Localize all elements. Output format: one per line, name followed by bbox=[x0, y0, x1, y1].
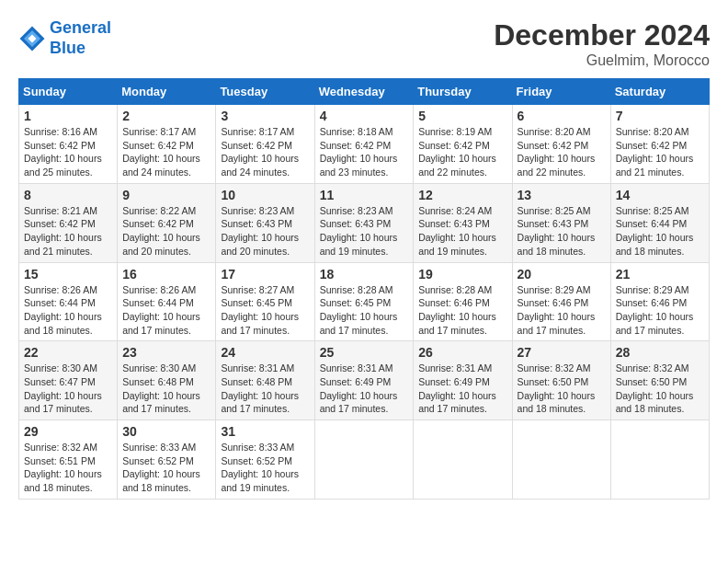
calendar-day-cell: 8Sunrise: 8:21 AMSunset: 6:42 PMDaylight… bbox=[19, 183, 118, 262]
calendar-day-cell bbox=[314, 420, 414, 500]
day-number: 5 bbox=[418, 109, 506, 123]
calendar-day-cell: 22Sunrise: 8:30 AMSunset: 6:47 PMDayligh… bbox=[19, 341, 118, 420]
day-info: Sunrise: 8:27 AMSunset: 6:45 PMDaylight:… bbox=[221, 283, 309, 338]
day-number: 17 bbox=[221, 267, 309, 282]
calendar-day-cell: 23Sunrise: 8:30 AMSunset: 6:48 PMDayligh… bbox=[118, 341, 216, 420]
calendar-day-cell: 5Sunrise: 8:19 AMSunset: 6:42 PMDaylight… bbox=[414, 105, 512, 184]
calendar-day-cell: 10Sunrise: 8:23 AMSunset: 6:43 PMDayligh… bbox=[216, 183, 314, 262]
day-number: 26 bbox=[418, 345, 506, 360]
day-number: 31 bbox=[221, 424, 309, 439]
day-info: Sunrise: 8:32 AMSunset: 6:51 PMDaylight:… bbox=[24, 441, 112, 495]
calendar-table: SundayMondayTuesdayWednesdayThursdayFrid… bbox=[18, 78, 710, 500]
day-number: 19 bbox=[418, 267, 506, 282]
day-of-week-header: Sunday bbox=[19, 79, 118, 105]
calendar-day-cell: 19Sunrise: 8:28 AMSunset: 6:46 PMDayligh… bbox=[414, 262, 512, 341]
calendar-week-row: 8Sunrise: 8:21 AMSunset: 6:42 PMDaylight… bbox=[19, 183, 710, 262]
calendar-day-cell: 15Sunrise: 8:26 AMSunset: 6:44 PMDayligh… bbox=[19, 262, 118, 341]
day-number: 6 bbox=[518, 109, 606, 123]
day-number: 28 bbox=[616, 345, 704, 360]
calendar-week-row: 15Sunrise: 8:26 AMSunset: 6:44 PMDayligh… bbox=[19, 262, 710, 341]
day-info: Sunrise: 8:31 AMSunset: 6:48 PMDaylight:… bbox=[221, 362, 309, 416]
month-title: December 2024 bbox=[494, 18, 710, 52]
logo-line2: Blue bbox=[50, 39, 85, 57]
day-number: 3 bbox=[221, 109, 309, 123]
day-info: Sunrise: 8:19 AMSunset: 6:42 PMDaylight:… bbox=[418, 125, 506, 179]
day-info: Sunrise: 8:32 AMSunset: 6:50 PMDaylight:… bbox=[616, 362, 704, 416]
day-info: Sunrise: 8:18 AMSunset: 6:42 PMDaylight:… bbox=[320, 125, 409, 179]
day-info: Sunrise: 8:28 AMSunset: 6:46 PMDaylight:… bbox=[418, 283, 506, 338]
logo-icon bbox=[18, 25, 46, 52]
calendar-day-cell: 17Sunrise: 8:27 AMSunset: 6:45 PMDayligh… bbox=[216, 262, 314, 341]
day-number: 30 bbox=[122, 424, 210, 439]
calendar-day-cell: 3Sunrise: 8:17 AMSunset: 6:42 PMDaylight… bbox=[216, 105, 314, 184]
day-number: 22 bbox=[24, 345, 112, 360]
day-info: Sunrise: 8:30 AMSunset: 6:48 PMDaylight:… bbox=[122, 362, 210, 416]
day-info: Sunrise: 8:17 AMSunset: 6:42 PMDaylight:… bbox=[122, 125, 210, 179]
day-of-week-header: Monday bbox=[118, 79, 216, 105]
day-info: Sunrise: 8:29 AMSunset: 6:46 PMDaylight:… bbox=[518, 283, 606, 338]
calendar-week-row: 1Sunrise: 8:16 AMSunset: 6:42 PMDaylight… bbox=[19, 105, 710, 184]
day-of-week-header: Tuesday bbox=[216, 79, 314, 105]
day-number: 2 bbox=[122, 109, 210, 123]
day-info: Sunrise: 8:17 AMSunset: 6:42 PMDaylight:… bbox=[221, 125, 309, 179]
calendar-day-cell: 25Sunrise: 8:31 AMSunset: 6:49 PMDayligh… bbox=[314, 341, 414, 420]
day-info: Sunrise: 8:33 AMSunset: 6:52 PMDaylight:… bbox=[221, 441, 309, 495]
day-info: Sunrise: 8:25 AMSunset: 6:43 PMDaylight:… bbox=[518, 204, 606, 259]
day-info: Sunrise: 8:16 AMSunset: 6:42 PMDaylight:… bbox=[24, 125, 112, 179]
day-info: Sunrise: 8:31 AMSunset: 6:49 PMDaylight:… bbox=[418, 362, 506, 416]
calendar-header-row: SundayMondayTuesdayWednesdayThursdayFrid… bbox=[19, 79, 710, 105]
logo-line1: General bbox=[50, 18, 111, 37]
logo: General Blue bbox=[18, 18, 111, 58]
calendar-day-cell: 24Sunrise: 8:31 AMSunset: 6:48 PMDayligh… bbox=[216, 341, 314, 420]
day-info: Sunrise: 8:28 AMSunset: 6:45 PMDaylight:… bbox=[320, 283, 409, 338]
day-number: 29 bbox=[24, 424, 112, 439]
day-number: 20 bbox=[518, 267, 606, 282]
day-number: 8 bbox=[24, 188, 112, 202]
calendar-day-cell: 9Sunrise: 8:22 AMSunset: 6:42 PMDaylight… bbox=[118, 183, 216, 262]
calendar-day-cell: 20Sunrise: 8:29 AMSunset: 6:46 PMDayligh… bbox=[512, 262, 610, 341]
calendar-day-cell: 29Sunrise: 8:32 AMSunset: 6:51 PMDayligh… bbox=[19, 420, 118, 500]
day-info: Sunrise: 8:32 AMSunset: 6:50 PMDaylight:… bbox=[518, 362, 606, 416]
day-of-week-header: Wednesday bbox=[314, 79, 414, 105]
day-of-week-header: Friday bbox=[512, 79, 610, 105]
location-title: Guelmim, Morocco bbox=[494, 52, 710, 69]
calendar-day-cell bbox=[414, 420, 512, 500]
day-number: 16 bbox=[122, 267, 210, 282]
calendar-day-cell: 21Sunrise: 8:29 AMSunset: 6:46 PMDayligh… bbox=[610, 262, 709, 341]
day-info: Sunrise: 8:26 AMSunset: 6:44 PMDaylight:… bbox=[24, 283, 112, 338]
title-block: December 2024 Guelmim, Morocco bbox=[494, 18, 710, 69]
page-header: General Blue December 2024 Guelmim, Moro… bbox=[18, 18, 710, 69]
day-info: Sunrise: 8:29 AMSunset: 6:46 PMDaylight:… bbox=[616, 283, 704, 338]
day-of-week-header: Thursday bbox=[414, 79, 512, 105]
day-number: 11 bbox=[320, 188, 409, 202]
calendar-week-row: 29Sunrise: 8:32 AMSunset: 6:51 PMDayligh… bbox=[19, 420, 710, 500]
calendar-day-cell: 31Sunrise: 8:33 AMSunset: 6:52 PMDayligh… bbox=[216, 420, 314, 500]
calendar-day-cell: 14Sunrise: 8:25 AMSunset: 6:44 PMDayligh… bbox=[610, 183, 709, 262]
day-number: 14 bbox=[616, 188, 704, 202]
day-number: 10 bbox=[221, 188, 309, 202]
day-info: Sunrise: 8:33 AMSunset: 6:52 PMDaylight:… bbox=[122, 441, 210, 495]
day-number: 24 bbox=[221, 345, 309, 360]
day-info: Sunrise: 8:23 AMSunset: 6:43 PMDaylight:… bbox=[320, 204, 409, 259]
calendar-day-cell: 2Sunrise: 8:17 AMSunset: 6:42 PMDaylight… bbox=[118, 105, 216, 184]
day-number: 12 bbox=[418, 188, 506, 202]
day-info: Sunrise: 8:20 AMSunset: 6:42 PMDaylight:… bbox=[518, 125, 606, 179]
logo-text: General Blue bbox=[50, 18, 111, 58]
day-number: 1 bbox=[24, 109, 112, 123]
calendar-day-cell: 6Sunrise: 8:20 AMSunset: 6:42 PMDaylight… bbox=[512, 105, 610, 184]
calendar-day-cell: 12Sunrise: 8:24 AMSunset: 6:43 PMDayligh… bbox=[414, 183, 512, 262]
calendar-day-cell: 7Sunrise: 8:20 AMSunset: 6:42 PMDaylight… bbox=[610, 105, 709, 184]
calendar-day-cell: 1Sunrise: 8:16 AMSunset: 6:42 PMDaylight… bbox=[19, 105, 118, 184]
calendar-day-cell: 13Sunrise: 8:25 AMSunset: 6:43 PMDayligh… bbox=[512, 183, 610, 262]
calendar-day-cell: 18Sunrise: 8:28 AMSunset: 6:45 PMDayligh… bbox=[314, 262, 414, 341]
day-number: 21 bbox=[616, 267, 704, 282]
calendar-day-cell: 26Sunrise: 8:31 AMSunset: 6:49 PMDayligh… bbox=[414, 341, 512, 420]
day-info: Sunrise: 8:21 AMSunset: 6:42 PMDaylight:… bbox=[24, 204, 112, 259]
calendar-day-cell: 11Sunrise: 8:23 AMSunset: 6:43 PMDayligh… bbox=[314, 183, 414, 262]
day-number: 4 bbox=[320, 109, 409, 123]
calendar-day-cell: 16Sunrise: 8:26 AMSunset: 6:44 PMDayligh… bbox=[118, 262, 216, 341]
day-number: 9 bbox=[122, 188, 210, 202]
day-info: Sunrise: 8:20 AMSunset: 6:42 PMDaylight:… bbox=[616, 125, 704, 179]
calendar-day-cell: 4Sunrise: 8:18 AMSunset: 6:42 PMDaylight… bbox=[314, 105, 414, 184]
day-info: Sunrise: 8:25 AMSunset: 6:44 PMDaylight:… bbox=[616, 204, 704, 259]
